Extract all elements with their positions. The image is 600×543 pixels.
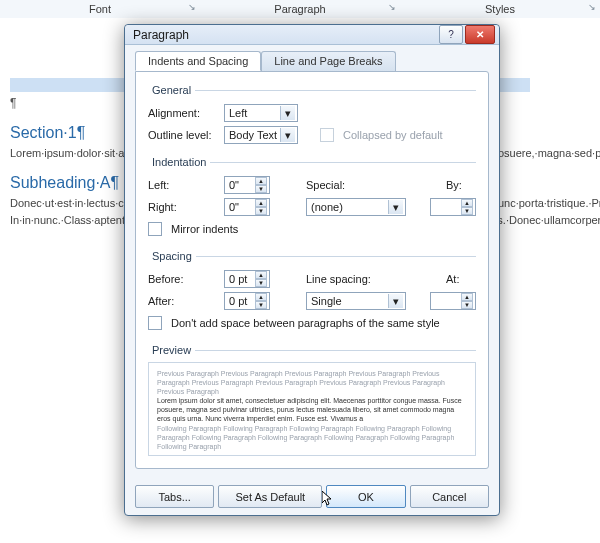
by-indent-spinner[interactable]: ▲▼ [430,198,476,216]
chevron-down-icon: ▾ [388,294,403,308]
group-legend: Indentation [148,156,210,168]
set-as-default-button[interactable]: Set As Default [218,485,322,508]
no-space-same-style-checkbox[interactable] [148,316,162,330]
ribbon-label-paragraph: Paragraph [274,3,325,15]
label-no-space-same-style: Don't add space between paragraphs of th… [171,317,440,329]
spin-value: 0" [229,201,239,213]
group-legend: Preview [148,344,195,356]
dialog-button-row: Tabs... Set As Default OK Cancel [125,479,499,516]
preview-box: Previous Paragraph Previous Paragraph Pr… [148,362,476,456]
dialog-title: Paragraph [133,28,437,42]
dialog-launcher-icon[interactable]: ↘ [388,2,396,12]
spinner-buttons[interactable]: ▲▼ [255,199,267,215]
button-label: Set As Default [235,491,305,503]
close-button[interactable]: ✕ [465,25,495,44]
label-left-indent: Left: [148,179,220,191]
preview-next-text: Following Paragraph Following Paragraph … [157,424,467,451]
chevron-down-icon: ▾ [388,200,403,214]
at-spacing-spinner[interactable]: ▲▼ [430,292,476,310]
spin-value: 0" [229,179,239,191]
button-label: Tabs... [159,491,191,503]
left-indent-spinner[interactable]: 0"▲▼ [224,176,270,194]
ribbon: Font↘ Paragraph↘ Styles↘ [0,0,600,19]
group-spacing: Spacing Before: 0 pt▲▼ Line spacing: At:… [148,250,476,336]
label-after-spacing: After: [148,295,220,307]
label-collapsed: Collapsed by default [343,129,443,141]
tab-label: Line and Page Breaks [274,55,382,67]
mirror-indents-checkbox[interactable] [148,222,162,236]
spinner-buttons[interactable]: ▲▼ [255,177,267,193]
label-special: Special: [306,179,376,191]
dialog-launcher-icon[interactable]: ↘ [188,2,196,12]
right-indent-spinner[interactable]: 0"▲▼ [224,198,270,216]
group-general: General Alignment: Left▾ Outline level: … [148,84,476,148]
spin-value: 0 pt [229,295,247,307]
group-legend: General [148,84,195,96]
tab-indents-spacing[interactable]: Indents and Spacing [135,51,261,71]
tabs-button[interactable]: Tabs... [135,485,214,508]
preview-prev-text: Previous Paragraph Previous Paragraph Pr… [157,369,467,396]
spinner-buttons[interactable]: ▲▼ [255,271,267,287]
chevron-down-icon: ▾ [280,106,295,120]
pilcrow-mark: ¶ [10,96,16,110]
tab-strip: Indents and Spacing Line and Page Breaks [135,51,489,71]
button-label: Cancel [432,491,466,503]
cancel-button[interactable]: Cancel [410,485,489,508]
ribbon-group-styles: Styles↘ [400,0,600,18]
ribbon-label-font: Font [89,3,111,15]
help-button[interactable]: ? [439,25,463,44]
group-preview: Preview Previous Paragraph Previous Para… [148,344,476,458]
outline-level-combo[interactable]: Body Text▾ [224,126,298,144]
button-label: OK [358,491,374,503]
dialog-panel: General Alignment: Left▾ Outline level: … [135,71,489,469]
dialog-launcher-icon[interactable]: ↘ [588,2,596,12]
combo-value: Left [229,107,247,119]
alignment-combo[interactable]: Left▾ [224,104,298,122]
label-right-indent: Right: [148,201,220,213]
combo-value: Body Text [229,129,277,141]
label-at: At: [446,273,476,285]
paragraph-dialog: Paragraph ? ✕ Indents and Spacing Line a… [124,24,500,516]
line-spacing-combo[interactable]: Single▾ [306,292,406,310]
combo-value: Single [311,295,342,307]
ribbon-label-styles: Styles [485,3,515,15]
after-spacing-spinner[interactable]: 0 pt▲▼ [224,292,270,310]
titlebar[interactable]: Paragraph ? ✕ [125,25,499,45]
tab-line-page-breaks[interactable]: Line and Page Breaks [261,51,395,71]
label-before-spacing: Before: [148,273,220,285]
spinner-buttons[interactable]: ▲▼ [461,199,473,215]
label-line-spacing: Line spacing: [306,273,386,285]
special-indent-combo[interactable]: (none)▾ [306,198,406,216]
before-spacing-spinner[interactable]: 0 pt▲▼ [224,270,270,288]
preview-sample-text: Lorem ipsum dolor sit amet, consectetuer… [157,396,467,423]
spinner-buttons[interactable]: ▲▼ [255,293,267,309]
spin-value: 0 pt [229,273,247,285]
combo-value: (none) [311,201,343,213]
ok-button[interactable]: OK [326,485,405,508]
chevron-down-icon: ▾ [280,128,295,142]
label-by: By: [446,179,476,191]
label-mirror-indents: Mirror indents [171,223,238,235]
group-indentation: Indentation Left: 0"▲▼ Special: By: Righ… [148,156,476,242]
ribbon-group-paragraph: Paragraph↘ [200,0,400,18]
label-alignment: Alignment: [148,107,220,119]
spinner-buttons[interactable]: ▲▼ [461,293,473,309]
tab-label: Indents and Spacing [148,55,248,67]
ribbon-group-font: Font↘ [0,0,200,18]
label-outline-level: Outline level: [148,129,220,141]
group-legend: Spacing [148,250,196,262]
collapsed-checkbox [320,128,334,142]
